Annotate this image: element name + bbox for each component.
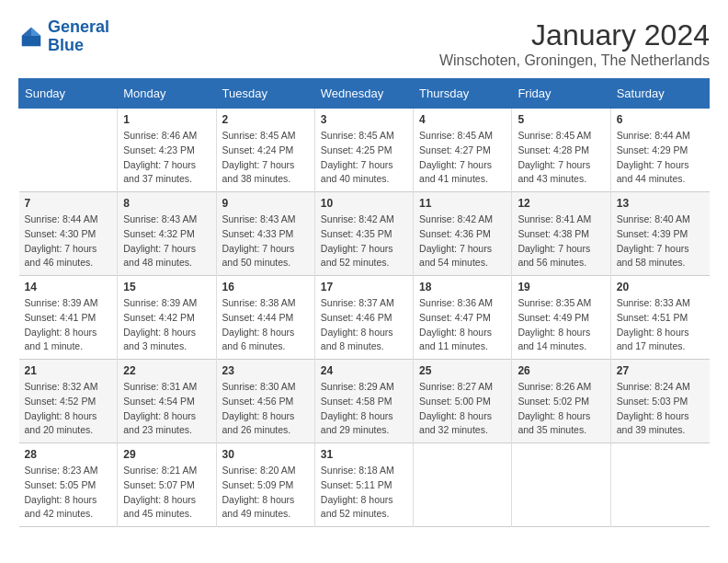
day-number: 24	[321, 364, 407, 377]
day-number: 8	[123, 197, 210, 210]
day-number: 19	[518, 281, 604, 293]
calendar-cell: 20Sunrise: 8:33 AMSunset: 4:51 PMDayligh…	[610, 276, 709, 360]
day-number: 12	[518, 197, 604, 210]
calendar-cell: 9Sunrise: 8:43 AMSunset: 4:33 PMDaylight…	[216, 192, 314, 276]
cell-info: Sunrise: 8:45 AMSunset: 4:27 PMDaylight:…	[419, 129, 506, 187]
day-number: 27	[617, 364, 704, 377]
cell-info: Sunrise: 8:32 AMSunset: 4:52 PMDaylight:…	[25, 380, 112, 438]
cell-info: Sunrise: 8:29 AMSunset: 4:58 PMDaylight:…	[321, 380, 407, 438]
cell-info: Sunrise: 8:41 AMSunset: 4:38 PMDaylight:…	[518, 213, 604, 270]
calendar-table: SundayMondayTuesdayWednesdayThursdayFrid…	[18, 78, 710, 527]
day-number: 30	[222, 448, 309, 461]
calendar-cell	[610, 443, 709, 527]
calendar-cell: 25Sunrise: 8:27 AMSunset: 5:00 PMDayligh…	[414, 360, 512, 443]
calendar-cell: 18Sunrise: 8:36 AMSunset: 4:47 PMDayligh…	[414, 276, 512, 360]
calendar-cell: 28Sunrise: 8:23 AMSunset: 5:05 PMDayligh…	[19, 443, 118, 527]
day-number: 21	[25, 364, 112, 377]
title-block: January 2024 Winschoten, Groningen, The …	[439, 18, 710, 69]
cell-info: Sunrise: 8:37 AMSunset: 4:46 PMDaylight:…	[321, 296, 407, 354]
calendar-cell: 8Sunrise: 8:43 AMSunset: 4:32 PMDaylight…	[118, 192, 216, 276]
header-day-tuesday: Tuesday	[216, 79, 314, 109]
cell-info: Sunrise: 8:39 AMSunset: 4:42 PMDaylight:…	[123, 296, 210, 354]
day-number: 23	[222, 364, 309, 377]
cell-info: Sunrise: 8:39 AMSunset: 4:41 PMDaylight:…	[25, 296, 112, 354]
calendar-cell: 30Sunrise: 8:20 AMSunset: 5:09 PMDayligh…	[216, 443, 314, 527]
cell-info: Sunrise: 8:23 AMSunset: 5:05 PMDaylight:…	[25, 464, 112, 522]
day-number: 17	[321, 281, 407, 293]
day-number: 28	[25, 448, 112, 461]
header-day-monday: Monday	[118, 79, 216, 109]
calendar-cell: 6Sunrise: 8:44 AMSunset: 4:29 PMDaylight…	[610, 109, 709, 192]
day-number: 15	[123, 281, 210, 293]
calendar-cell: 2Sunrise: 8:45 AMSunset: 4:24 PMDaylight…	[216, 109, 314, 192]
day-number: 4	[419, 113, 506, 126]
calendar-cell: 24Sunrise: 8:29 AMSunset: 4:58 PMDayligh…	[314, 360, 413, 443]
cell-info: Sunrise: 8:38 AMSunset: 4:44 PMDaylight:…	[222, 296, 309, 354]
cell-info: Sunrise: 8:45 AMSunset: 4:28 PMDaylight:…	[518, 129, 604, 187]
calendar-cell: 11Sunrise: 8:42 AMSunset: 4:36 PMDayligh…	[414, 192, 512, 276]
cell-info: Sunrise: 8:45 AMSunset: 4:25 PMDaylight:…	[321, 129, 407, 187]
day-number: 18	[419, 281, 506, 293]
cell-info: Sunrise: 8:18 AMSunset: 5:11 PMDaylight:…	[321, 464, 407, 522]
logo-line1: General	[48, 18, 109, 37]
logo-line2: Blue	[48, 37, 109, 55]
day-number: 20	[617, 281, 704, 293]
calendar-cell: 27Sunrise: 8:24 AMSunset: 5:03 PMDayligh…	[610, 360, 709, 443]
cell-info: Sunrise: 8:26 AMSunset: 5:02 PMDaylight:…	[518, 380, 604, 438]
day-number: 6	[617, 113, 704, 126]
week-row-1: 1Sunrise: 8:46 AMSunset: 4:23 PMDaylight…	[19, 109, 710, 192]
day-number: 2	[222, 113, 309, 126]
svg-marker-1	[31, 28, 40, 36]
header-row: SundayMondayTuesdayWednesdayThursdayFrid…	[19, 79, 710, 109]
day-number: 11	[419, 197, 506, 210]
calendar-cell: 21Sunrise: 8:32 AMSunset: 4:52 PMDayligh…	[19, 360, 118, 443]
logo: General Blue	[18, 18, 109, 55]
calendar-cell: 5Sunrise: 8:45 AMSunset: 4:28 PMDaylight…	[512, 109, 610, 192]
cell-info: Sunrise: 8:43 AMSunset: 4:32 PMDaylight:…	[123, 213, 210, 270]
calendar-cell: 12Sunrise: 8:41 AMSunset: 4:38 PMDayligh…	[512, 192, 610, 276]
logo-icon	[18, 24, 44, 50]
day-number: 14	[25, 281, 112, 293]
day-number: 3	[321, 113, 407, 126]
day-number: 22	[123, 364, 210, 377]
subtitle: Winschoten, Groningen, The Netherlands	[439, 52, 710, 69]
week-row-3: 14Sunrise: 8:39 AMSunset: 4:41 PMDayligh…	[19, 276, 710, 360]
header-day-wednesday: Wednesday	[314, 79, 413, 109]
calendar-cell: 17Sunrise: 8:37 AMSunset: 4:46 PMDayligh…	[314, 276, 413, 360]
day-number: 7	[25, 197, 112, 210]
day-number: 1	[123, 113, 210, 126]
page-header: General Blue January 2024 Winschoten, Gr…	[18, 18, 710, 69]
week-row-4: 21Sunrise: 8:32 AMSunset: 4:52 PMDayligh…	[19, 360, 710, 443]
day-number: 25	[419, 364, 506, 377]
day-number: 26	[518, 364, 604, 377]
header-day-sunday: Sunday	[19, 79, 118, 109]
cell-info: Sunrise: 8:27 AMSunset: 5:00 PMDaylight:…	[419, 380, 506, 438]
header-day-friday: Friday	[512, 79, 610, 109]
day-number: 31	[321, 448, 407, 461]
calendar-cell: 15Sunrise: 8:39 AMSunset: 4:42 PMDayligh…	[118, 276, 216, 360]
day-number: 5	[518, 113, 604, 126]
cell-info: Sunrise: 8:46 AMSunset: 4:23 PMDaylight:…	[123, 129, 210, 187]
day-number: 9	[222, 197, 309, 210]
cell-info: Sunrise: 8:44 AMSunset: 4:30 PMDaylight:…	[25, 213, 112, 270]
cell-info: Sunrise: 8:42 AMSunset: 4:35 PMDaylight:…	[321, 213, 407, 270]
calendar-cell: 29Sunrise: 8:21 AMSunset: 5:07 PMDayligh…	[118, 443, 216, 527]
week-row-5: 28Sunrise: 8:23 AMSunset: 5:05 PMDayligh…	[19, 443, 710, 527]
cell-info: Sunrise: 8:33 AMSunset: 4:51 PMDaylight:…	[617, 296, 704, 354]
day-number: 13	[617, 197, 704, 210]
cell-info: Sunrise: 8:43 AMSunset: 4:33 PMDaylight:…	[222, 213, 309, 270]
cell-info: Sunrise: 8:45 AMSunset: 4:24 PMDaylight:…	[222, 129, 309, 187]
cell-info: Sunrise: 8:40 AMSunset: 4:39 PMDaylight:…	[617, 213, 704, 270]
day-number: 16	[222, 281, 309, 293]
calendar-cell: 22Sunrise: 8:31 AMSunset: 4:54 PMDayligh…	[118, 360, 216, 443]
cell-info: Sunrise: 8:30 AMSunset: 4:56 PMDaylight:…	[222, 380, 309, 438]
calendar-cell: 16Sunrise: 8:38 AMSunset: 4:44 PMDayligh…	[216, 276, 314, 360]
logo-text: General Blue	[48, 18, 109, 55]
calendar-cell: 10Sunrise: 8:42 AMSunset: 4:35 PMDayligh…	[314, 192, 413, 276]
cell-info: Sunrise: 8:24 AMSunset: 5:03 PMDaylight:…	[617, 380, 704, 438]
day-number: 10	[321, 197, 407, 210]
calendar-cell: 31Sunrise: 8:18 AMSunset: 5:11 PMDayligh…	[314, 443, 413, 527]
calendar-cell: 23Sunrise: 8:30 AMSunset: 4:56 PMDayligh…	[216, 360, 314, 443]
calendar-cell: 26Sunrise: 8:26 AMSunset: 5:02 PMDayligh…	[512, 360, 610, 443]
header-day-thursday: Thursday	[414, 79, 512, 109]
